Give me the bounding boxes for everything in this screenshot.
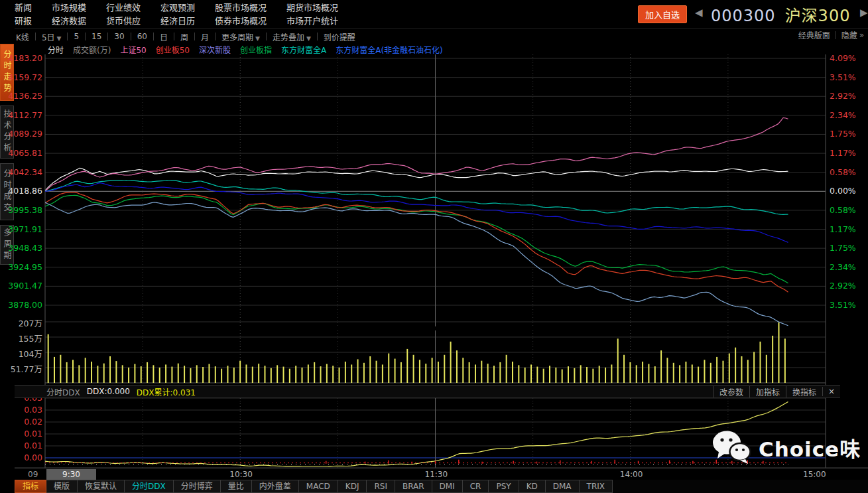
axis-label: 0.01 (3, 429, 42, 439)
classic-layout-button[interactable]: 经典版面 (798, 29, 830, 40)
time-label-10:30: 10:30 (229, 470, 253, 479)
time-label-09: 09 (28, 470, 38, 479)
axis-label: 155万 (3, 332, 42, 344)
axis-label: 0.02 (3, 417, 42, 427)
indicator-tab-TRIX[interactable]: TRIX (580, 480, 613, 493)
axis-label: 3.51% (830, 300, 856, 310)
divider (153, 33, 154, 40)
menu-item-宏观预测[interactable]: 宏观预测 (160, 2, 195, 13)
time-highlight-930[interactable]: 9:30 (46, 469, 96, 480)
symbol-name: 沪深300 (785, 7, 851, 25)
ddx-title: 分时DDX (46, 386, 80, 397)
watermark: Choice味 (711, 430, 861, 464)
hide-button[interactable]: 隐藏 (841, 29, 857, 40)
change-params-button[interactable]: 改参数 (713, 386, 749, 397)
toolbar-item-5[interactable]: 5 (72, 32, 80, 41)
axis-label: 2.92% (830, 91, 856, 101)
app-window: 新闻研报市场规模经济数据行业绩效货币供应宏观预测经济日历股票市场概况债券市场概况… (0, 0, 868, 493)
toolbar-item-日[interactable]: 日 (158, 31, 169, 42)
axis-label: 3878.00 (3, 300, 42, 310)
indicator-tab-量比[interactable]: 量比 (221, 480, 252, 493)
divider (85, 33, 86, 40)
toolbar-item-5日[interactable]: 5日▼ (40, 31, 63, 42)
toolbar-item-到价提醒[interactable]: 到价提醒 (322, 31, 357, 42)
indicator-tab-BRAR[interactable]: BRAR (395, 480, 432, 493)
time-label-14:00: 14:00 (620, 470, 643, 479)
toolbar-item-更多周期[interactable]: 更多周期▼ (220, 31, 261, 42)
indicator-tab-MACD[interactable]: MACD (299, 480, 338, 493)
toolbar-item-走势叠加[interactable]: 走势叠加▼ (271, 31, 312, 42)
axis-label: 1.75% (830, 129, 856, 139)
indicator-tab-分时博弈[interactable]: 分时博弈 (174, 480, 221, 493)
indicator-tab-PSY[interactable]: PSY (489, 480, 519, 493)
indicator-tab-KDJ[interactable]: KDJ (338, 480, 367, 493)
close-indicator-icon[interactable]: × (822, 387, 840, 396)
time-label-11:30: 11:30 (425, 470, 448, 479)
indicator-tab-内外盘差[interactable]: 内外盘差 (252, 480, 299, 493)
divider (174, 33, 174, 40)
add-indicator-button[interactable]: 加指标 (749, 386, 786, 397)
toolbar-item-月[interactable]: 月 (200, 31, 210, 42)
menu-item-行业绩效[interactable]: 行业绩效 (106, 2, 141, 13)
menu-item-经济日历[interactable]: 经济日历 (160, 15, 195, 27)
toolbar-item-30[interactable]: 30 (113, 32, 125, 41)
divider (836, 31, 836, 39)
indicator-tab-CR[interactable]: CR (463, 480, 489, 493)
indicator-tab-KD[interactable]: KD (519, 480, 546, 493)
axis-label: 51.77万 (3, 362, 42, 375)
divider (317, 33, 318, 40)
menu-item-期货市场概况[interactable]: 期货市场概况 (286, 2, 338, 13)
divider (131, 33, 131, 40)
axis-label: 4042.34 (3, 167, 42, 177)
axis-label: 4183.20 (3, 53, 42, 63)
menu-item-市场规模[interactable]: 市场规模 (52, 2, 86, 13)
menu-column: 行业绩效货币供应 (106, 2, 141, 27)
indicator-tab-模版[interactable]: 模版 (46, 480, 78, 493)
axis-label: 4159.72 (3, 72, 42, 82)
indicator-tab-DMI[interactable]: DMI (432, 480, 463, 493)
menu-item-研报[interactable]: 研报 (15, 15, 32, 27)
axis-label: 3.51% (830, 72, 856, 82)
menu-item-货币供应[interactable]: 货币供应 (106, 15, 141, 27)
axis-label: 2.92% (830, 281, 856, 291)
indicator-tab-恢复默认[interactable]: 恢复默认 (78, 480, 125, 493)
axis-label: 0.01 (3, 441, 42, 451)
toolbar-item-K线[interactable]: K线 (15, 31, 31, 42)
chart-canvas[interactable] (15, 44, 868, 480)
axis-label: 207万 (3, 317, 42, 329)
menu-item-债券市场概况[interactable]: 债券市场概况 (215, 15, 267, 27)
wechat-icon (711, 430, 753, 464)
axis-label: 104万 (3, 347, 42, 360)
indicator-tab-RSI[interactable]: RSI (367, 480, 395, 493)
toolbar-item-周[interactable]: 周 (179, 31, 190, 42)
menu-item-股票市场概况[interactable]: 股票市场概况 (215, 2, 267, 13)
axis-label: 3901.47 (3, 281, 42, 291)
toolbar-item-15[interactable]: 15 (90, 32, 103, 41)
axis-label: 3948.43 (3, 243, 42, 253)
menu-item-经济数据[interactable]: 经济数据 (52, 15, 86, 27)
menu-item-新闻[interactable]: 新闻 (15, 2, 32, 13)
indicator-tab-DMA[interactable]: DMA (546, 480, 580, 493)
add-watchlist-button[interactable]: 加入自选 (638, 5, 687, 23)
menu-column: 期货市场概况市场开户统计 (286, 2, 338, 27)
hide-arrows-icon[interactable]: » (859, 31, 864, 40)
switch-indicator-button[interactable]: 换指标 (786, 386, 822, 397)
toolbar-item-60[interactable]: 60 (136, 32, 149, 41)
next-symbol-icon[interactable]: ▶ (860, 7, 868, 19)
ddx-cum-value: DDX累计:0.031 (137, 386, 196, 397)
menu-column: 市场规模经济数据 (52, 2, 86, 27)
indicator-tab-分时DDX[interactable]: 分时DDX (125, 480, 174, 493)
axis-label: 4.09% (830, 53, 856, 63)
chevron-down-icon: ▼ (306, 35, 311, 42)
period-toolbar: K线5日▼5153060日周月更多周期▼走势叠加▼到价提醒 (15, 28, 868, 44)
menu-item-市场开户统计[interactable]: 市场开户统计 (286, 15, 338, 27)
top-menu: 新闻研报市场规模经济数据行业绩效货币供应宏观预测经济日历股票市场概况债券市场概况… (15, 2, 338, 27)
axis-label: 1.75% (830, 243, 856, 253)
axis-label: 0.00 (3, 453, 42, 462)
prev-symbol-icon[interactable]: ◀ (695, 7, 703, 19)
indicator-tab-指标[interactable]: 指标 (15, 480, 46, 493)
watermark-text: Choice味 (759, 433, 861, 462)
axis-label: 1.17% (830, 148, 856, 158)
axis-label: 1.17% (830, 224, 856, 234)
ddx-value: DDX:0.000 (87, 387, 130, 396)
